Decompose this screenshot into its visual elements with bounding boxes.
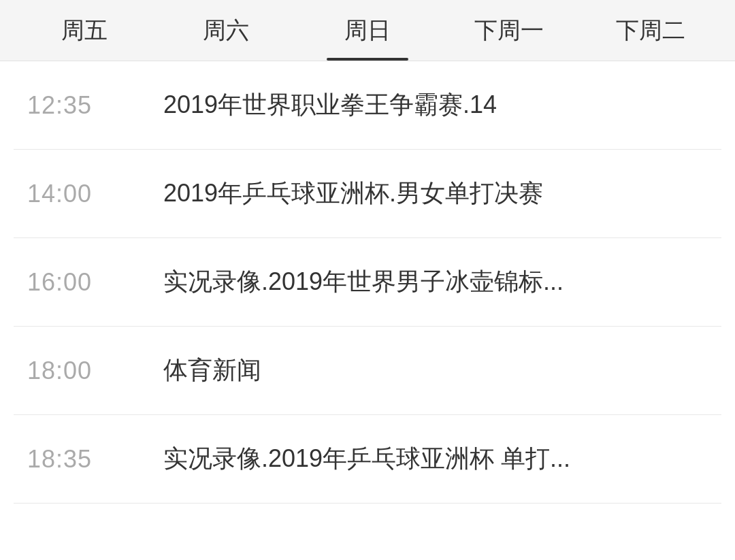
schedule-row[interactable]: 18:35实况录像.2019年乒乓球亚洲杯 单打...	[14, 415, 721, 504]
tab-sat[interactable]: 周六	[155, 0, 297, 61]
schedule-time: 18:35	[27, 445, 163, 474]
schedule-time: 12:35	[27, 91, 163, 120]
schedule-row[interactable]: 12:352019年世界职业拳王争霸赛.14	[14, 61, 721, 150]
schedule-row[interactable]: 18:00体育新闻	[14, 327, 721, 415]
schedule-list: 12:352019年世界职业拳王争霸赛.1414:002019年乒乓球亚洲杯.男…	[0, 61, 735, 504]
schedule-time: 18:00	[27, 357, 163, 385]
schedule-title: 体育新闻	[163, 354, 708, 387]
schedule-row[interactable]: 14:002019年乒乓球亚洲杯.男女单打决赛	[14, 150, 721, 238]
tab-sun[interactable]: 周日	[297, 0, 438, 61]
schedule-title: 2019年乒乓球亚洲杯.男女单打决赛	[163, 177, 708, 210]
schedule-title: 实况录像.2019年乒乓球亚洲杯 单打...	[163, 442, 708, 476]
tab-next-tue[interactable]: 下周二	[580, 0, 721, 61]
tab-bar: 周五周六周日下周一下周二	[0, 0, 735, 61]
schedule-title: 实况录像.2019年世界男子冰壶锦标...	[163, 265, 708, 299]
schedule-time: 16:00	[27, 268, 163, 297]
schedule-time: 14:00	[27, 180, 163, 208]
schedule-title: 2019年世界职业拳王争霸赛.14	[163, 88, 708, 122]
schedule-row[interactable]: 16:00实况录像.2019年世界男子冰壶锦标...	[14, 238, 721, 327]
tab-next-mon[interactable]: 下周一	[438, 0, 580, 61]
tab-fri[interactable]: 周五	[14, 0, 155, 61]
